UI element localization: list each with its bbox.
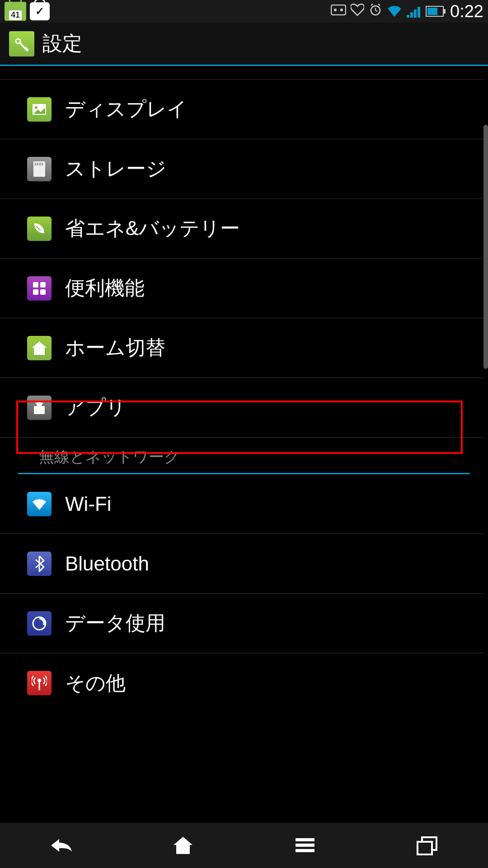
list-item-apps[interactable]: アプリ <box>0 378 483 438</box>
wifi-status-icon <box>387 5 402 18</box>
status-right: 0:22 <box>331 2 483 21</box>
svg-rect-0 <box>331 5 346 15</box>
svg-rect-26 <box>34 406 45 414</box>
svg-rect-22 <box>33 282 38 288</box>
item-label: データ使用 <box>65 610 165 637</box>
data-usage-icon <box>27 611 52 636</box>
svg-rect-10 <box>427 8 437 15</box>
svg-point-27 <box>37 401 42 407</box>
alarm-icon <box>369 3 382 20</box>
wifi-icon <box>27 492 52 516</box>
item-label: ストレージ <box>65 156 166 182</box>
apps-icon <box>27 396 52 420</box>
home-icon <box>27 336 52 360</box>
item-label: 省エネ&バッテリー <box>65 215 240 242</box>
list-item-other[interactable]: その他 <box>0 653 483 713</box>
svg-rect-33 <box>296 838 314 841</box>
svg-rect-17 <box>35 163 36 165</box>
list-item-wifi[interactable]: Wi-Fi <box>0 474 483 534</box>
list-item-cut <box>0 66 483 80</box>
svg-line-7 <box>378 4 380 5</box>
battery-status-icon <box>426 6 446 17</box>
item-label: ホーム切替 <box>65 335 165 361</box>
page-title: 設定 <box>42 30 82 57</box>
svg-rect-9 <box>444 9 446 14</box>
settings-icon <box>9 31 34 57</box>
item-label: Bluetooth <box>65 552 149 575</box>
clock: 0:22 <box>450 2 483 21</box>
item-label: Wi-Fi <box>65 493 112 515</box>
svg-line-5 <box>375 10 377 11</box>
list-item-battery[interactable]: 省エネ&バッテリー <box>0 199 483 259</box>
bluetooth-icon <box>27 552 52 576</box>
navigation-bar <box>0 823 488 868</box>
list-item-utility[interactable]: 便利機能 <box>0 259 483 318</box>
shopping-bag-icon: ✓ <box>30 2 50 20</box>
display-icon <box>27 97 52 122</box>
svg-rect-23 <box>40 282 46 288</box>
heart-icon <box>351 4 364 19</box>
recent-apps-button[interactable] <box>409 832 445 859</box>
list-item-display[interactable]: ディスプレイ <box>0 80 483 139</box>
list-item-bluetooth[interactable]: Bluetooth <box>0 534 483 594</box>
utility-icon <box>27 276 52 301</box>
eco-battery-icon <box>27 217 52 241</box>
menu-button[interactable] <box>287 832 323 859</box>
svg-rect-35 <box>296 849 314 852</box>
item-label: ディスプレイ <box>65 96 187 123</box>
antenna-icon <box>27 671 52 695</box>
status-bar: 41 ✓ 0:22 <box>0 0 488 23</box>
svg-line-6 <box>371 4 373 5</box>
item-label: アプリ <box>65 394 126 421</box>
svg-rect-18 <box>37 163 38 165</box>
action-bar: 設定 <box>0 23 488 66</box>
item-label: その他 <box>65 670 126 697</box>
svg-point-2 <box>340 9 343 11</box>
android-notification-icon: 41 <box>5 2 26 21</box>
back-button[interactable] <box>43 832 79 859</box>
status-left: 41 ✓ <box>5 2 50 21</box>
badge-number: 41 <box>9 10 22 20</box>
svg-rect-19 <box>39 163 41 165</box>
list-item-data-usage[interactable]: データ使用 <box>0 594 483 653</box>
svg-rect-24 <box>33 289 38 295</box>
svg-rect-37 <box>418 842 432 854</box>
signal-icon <box>407 5 421 18</box>
list-item-storage[interactable]: ストレージ <box>0 139 483 199</box>
vr-icon <box>331 5 346 19</box>
storage-icon <box>27 157 52 181</box>
svg-point-15 <box>35 106 38 109</box>
svg-rect-20 <box>42 163 43 165</box>
section-header-network: 無線とネットワーク <box>18 438 470 474</box>
list-item-home-switch[interactable]: ホーム切替 <box>0 318 483 378</box>
svg-point-1 <box>334 9 337 11</box>
svg-rect-34 <box>296 844 314 847</box>
settings-list[interactable]: ディスプレイ ストレージ 省エネ&バッテリー 便利機能 ホーム切替 アプリ 無線… <box>0 66 488 823</box>
svg-rect-25 <box>40 289 46 295</box>
scrollbar[interactable] <box>483 125 488 369</box>
item-label: 便利機能 <box>65 275 145 302</box>
home-button[interactable] <box>165 832 201 859</box>
